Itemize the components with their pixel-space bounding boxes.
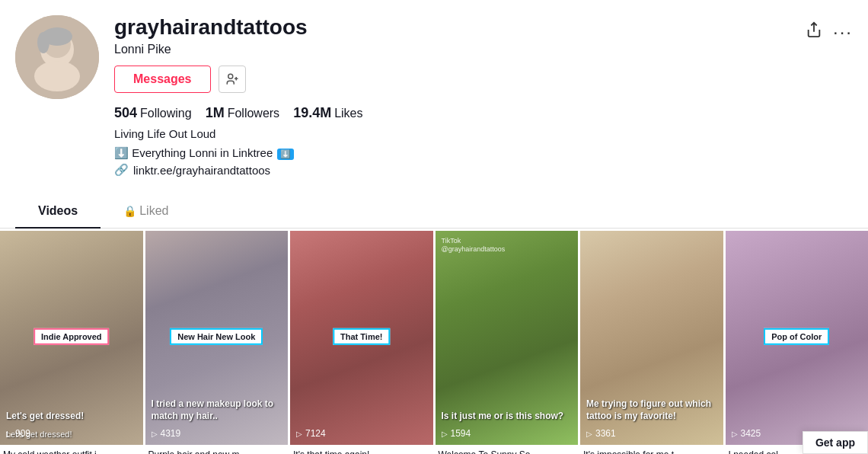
link-section: ⬇️ Everything Lonni in Linktree ⬇️ 🔗 lin… [114, 146, 853, 177]
video-item-2[interactable]: New Hair New Look I tried a new makeup l… [145, 231, 289, 454]
play-count-4: ▷ 1594 [442, 428, 471, 439]
play-icon-4: ▷ [442, 430, 448, 438]
video-thumbnail-1: Indie Approved Let's get dressed! Let's … [0, 231, 143, 445]
display-name: Lonni Pike [114, 43, 806, 56]
get-app-banner[interactable]: Get app [803, 431, 868, 454]
play-count-5: ▷ 3361 [586, 428, 616, 439]
likes-stat[interactable]: 19.4M Likes [293, 105, 362, 121]
play-count-6: ▷ 3425 [732, 428, 761, 439]
video-badge-1: Indie Approved [34, 328, 110, 344]
video-caption-4: Welcome To Sunny So... [436, 445, 579, 454]
chain-icon: 🔗 [114, 163, 129, 177]
following-label: Following [140, 107, 192, 120]
play-count-3: ▷ 7124 [296, 428, 326, 439]
svg-point-2 [34, 61, 80, 91]
videos-grid: Indie Approved Let's get dressed! Let's … [0, 229, 868, 454]
videos-tab-label: Videos [38, 204, 78, 217]
header-actions: ··· [806, 15, 853, 43]
play-icon-6: ▷ [732, 430, 738, 438]
video-overlay-1: Let's get dressed! [6, 411, 137, 423]
video-item-1[interactable]: Indie Approved Let's get dressed! Let's … [0, 231, 143, 454]
svg-point-6 [228, 74, 232, 78]
page-container: grayhairandtattoos Lonni Pike Messages [0, 0, 868, 454]
video-thumbnail-6: Pop of Color ▷ 3425 [726, 231, 869, 445]
liked-tab-label: Liked [139, 204, 168, 217]
likes-count: 19.4M [293, 105, 331, 121]
video-badge-2: New Hair New Look [170, 328, 263, 344]
messages-button[interactable]: Messages [114, 66, 211, 93]
profile-top-row: grayhairandtattoos Lonni Pike Messages [114, 15, 853, 105]
link-url-row[interactable]: 🔗 linktr.ee/grayhairandtattoos [114, 163, 853, 177]
avatar [15, 15, 99, 99]
video-item-3[interactable]: That Time! ▷ 7124 It's that time again! … [290, 231, 433, 454]
lock-icon: 🔒 [123, 205, 136, 217]
profile-info: grayhairandtattoos Lonni Pike Messages [114, 15, 806, 105]
video-caption-1: My cold weather outfit i... [0, 445, 143, 454]
video-caption-2: Purple hair and new m... [145, 445, 289, 454]
tab-videos[interactable]: Videos [15, 195, 101, 229]
profile-main: grayhairandtattoos Lonni Pike Messages [114, 15, 853, 180]
link-url-text: linktr.ee/grayhairandtattoos [133, 164, 270, 177]
play-icon-3: ▷ [296, 430, 302, 438]
following-stat[interactable]: 504 Following [114, 105, 192, 121]
bio: Living Life Out Loud [114, 127, 853, 140]
video-thumbnail-2: New Hair New Look I tried a new makeup l… [145, 231, 289, 445]
linktree-badge: ⬇️ [277, 149, 294, 160]
video-overlay-4: Is it just me or is this show? [442, 411, 573, 423]
video-item-5[interactable]: Me trying to figure out which tattoo is … [580, 231, 723, 454]
add-friend-button[interactable] [219, 66, 246, 93]
more-options-icon[interactable]: ··· [833, 21, 853, 43]
video-caption-3: It's that time again! ... [290, 445, 433, 454]
share-icon[interactable] [806, 21, 822, 43]
video-overlay-5: Me trying to figure out which tattoo is … [586, 398, 717, 422]
tab-liked[interactable]: 🔒Liked [101, 195, 191, 229]
followers-label: Followers [228, 107, 279, 120]
avatar-container [15, 15, 99, 99]
video-badge-6: Pop of Color [764, 328, 829, 344]
likes-label: Likes [334, 107, 362, 120]
action-buttons: Messages [114, 66, 806, 93]
video-thumbnail-5: Me trying to figure out which tattoo is … [580, 231, 723, 445]
play-count-1: ▷ 909 [6, 428, 30, 439]
username: grayhairandtattoos [114, 15, 806, 40]
tiktok-logo: TikTok@grayhairandtattoos [442, 237, 506, 254]
stats-row: 504 Following 1M Followers 19.4M Likes [114, 105, 853, 121]
linktree-label: Everything Lonni in Linktree [132, 146, 273, 159]
video-thumbnail-3: That Time! ▷ 7124 [290, 231, 433, 445]
down-arrow-icon: ⬇️ [114, 146, 129, 159]
play-icon-1: ▷ [6, 430, 12, 438]
profile-section: grayhairandtattoos Lonni Pike Messages [0, 0, 868, 180]
video-item-4[interactable]: TikTok@grayhairandtattoos Is it just me … [436, 231, 579, 454]
video-overlay-2: I tried a new makeup look to match my ha… [152, 398, 282, 422]
video-badge-3: That Time! [333, 328, 390, 344]
video-thumbnail-4: TikTok@grayhairandtattoos Is it just me … [436, 231, 579, 445]
tabs-section: Videos 🔒Liked [0, 195, 868, 229]
play-icon-2: ▷ [152, 430, 158, 438]
svg-point-5 [37, 32, 49, 53]
play-count-2: ▷ 4319 [152, 428, 181, 439]
video-item-6[interactable]: Pop of Color ▷ 3425 I needed col [726, 231, 869, 454]
video-caption-5: It's impossible for me t... [580, 445, 723, 454]
play-icon-5: ▷ [586, 430, 592, 438]
followers-stat[interactable]: 1M Followers [206, 105, 279, 121]
following-count: 504 [114, 105, 137, 121]
followers-count: 1M [206, 105, 225, 121]
linktree-line: ⬇️ Everything Lonni in Linktree ⬇️ [114, 146, 853, 160]
